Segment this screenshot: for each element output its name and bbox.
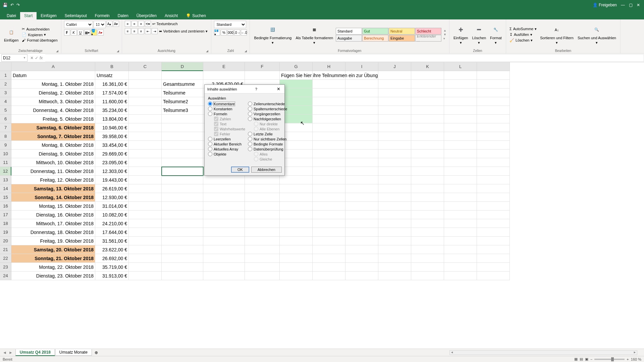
cell-undefined9[interactable]	[477, 141, 510, 149]
col-header-I[interactable]: I	[345, 62, 378, 71]
cell-B6[interactable]: 13.804,00 €	[95, 115, 129, 123]
row-header-24[interactable]: 24	[0, 272, 11, 280]
cell-G24[interactable]	[280, 272, 313, 280]
cell-C21[interactable]	[129, 245, 162, 254]
view-break-icon[interactable]: ▣	[585, 357, 588, 361]
cell-C4[interactable]	[129, 97, 162, 106]
dec-decimal-icon[interactable]: ←.0	[241, 29, 247, 36]
cell-undefined12[interactable]	[477, 167, 510, 176]
cell-A18[interactable]: Mittwoch, 17. Oktober 2018	[11, 219, 95, 228]
cell-D18[interactable]	[162, 219, 203, 228]
cell-H12[interactable]	[313, 167, 345, 176]
cell-E13[interactable]	[203, 176, 245, 184]
cell-H21[interactable]	[313, 245, 345, 254]
cell-A13[interactable]: Freitag, 12. Oktober 2018	[11, 176, 95, 184]
cell-I7[interactable]	[345, 123, 378, 132]
font-name-select[interactable]: Calibri	[64, 21, 93, 28]
format-table-button[interactable]: ▦Als Tabelle formatieren▾	[294, 24, 334, 46]
cell-C15[interactable]	[129, 193, 162, 202]
cell-H18[interactable]	[313, 219, 345, 228]
cell-F18[interactable]	[245, 219, 280, 228]
indent-inc-icon[interactable]: ⇥	[152, 28, 158, 34]
tab-insert[interactable]: Einfügen	[37, 12, 60, 19]
row-header-20[interactable]: 20	[0, 237, 11, 245]
cell-E23[interactable]	[203, 263, 245, 272]
cell-A19[interactable]: Donnerstag, 18. Oktober 2018	[11, 228, 95, 237]
font-launcher[interactable]: ◢	[117, 49, 119, 53]
styles-up-icon[interactable]: ▲	[443, 29, 446, 32]
cell-A22[interactable]: Sonntag, 21. Oktober 2018	[11, 254, 95, 263]
decrease-font-icon[interactable]: A▾	[113, 21, 119, 27]
cell-D22[interactable]	[162, 254, 203, 263]
styles-down-icon[interactable]: ▼	[443, 33, 446, 36]
ok-button[interactable]: OK	[231, 167, 249, 173]
cell-C19[interactable]	[129, 228, 162, 237]
bold-button[interactable]: F	[64, 29, 70, 36]
cell-A16[interactable]: Montag, 15. Oktober 2018	[11, 202, 95, 210]
cell-D1[interactable]	[162, 71, 203, 80]
opt-sichtbar[interactable]	[248, 137, 252, 141]
close-icon[interactable]: ✕	[637, 3, 640, 7]
cell-J4[interactable]	[378, 97, 411, 106]
copy-button[interactable]: 📄 Kopieren ▾	[21, 32, 58, 37]
accept-formula-icon[interactable]: ✓	[35, 56, 38, 60]
row-header-14[interactable]: 14	[0, 184, 11, 193]
cell-A20[interactable]: Freitag, 19. Oktober 2018	[11, 237, 95, 245]
cell-L20[interactable]	[444, 237, 477, 245]
col-header-C[interactable]: C	[129, 62, 162, 71]
cell-K9[interactable]	[411, 141, 444, 149]
align-bottom-icon[interactable]: ≡	[138, 21, 144, 27]
cell-J22[interactable]	[378, 254, 411, 263]
tab-review[interactable]: Überprüfen	[132, 12, 161, 19]
minimize-icon[interactable]: —	[621, 3, 625, 7]
cell-J7[interactable]	[378, 123, 411, 132]
row-header-5[interactable]: 5	[0, 106, 11, 115]
col-header-H[interactable]: H	[313, 62, 345, 71]
cell-K20[interactable]	[411, 237, 444, 245]
cell-D21[interactable]	[162, 245, 203, 254]
cell-A9[interactable]: Montag, 8. Oktober 2018	[11, 141, 95, 149]
cell-B4[interactable]: 11.600,00 €	[95, 97, 129, 106]
cell-I19[interactable]	[345, 228, 378, 237]
cell-J9[interactable]	[378, 141, 411, 149]
cell-D15[interactable]	[162, 193, 203, 202]
cell-C9[interactable]	[129, 141, 162, 149]
cell-H13[interactable]	[313, 176, 345, 184]
row-header-3[interactable]: 3	[0, 88, 11, 97]
zoom-in-icon[interactable]: +	[627, 357, 629, 361]
thousands-icon[interactable]: 000	[227, 29, 233, 36]
cell-K14[interactable]	[411, 184, 444, 193]
col-header-scroll[interactable]	[477, 62, 510, 71]
col-header-K[interactable]: K	[411, 62, 444, 71]
cell-K22[interactable]	[411, 254, 444, 263]
col-header-B[interactable]: B	[95, 62, 129, 71]
cell-undefined3[interactable]	[477, 88, 510, 97]
cell-K12[interactable]	[411, 167, 444, 176]
cell-H19[interactable]	[313, 228, 345, 237]
opt-aktbereich[interactable]	[208, 142, 212, 146]
cell-J3[interactable]	[378, 88, 411, 97]
row-header-4[interactable]: 4	[0, 97, 11, 106]
cell-B1[interactable]: Umsatz	[95, 71, 129, 80]
cell-E21[interactable]	[203, 245, 245, 254]
cell-B11[interactable]: 23.095,00 €	[95, 158, 129, 167]
fill-button[interactable]: ↧ Ausfüllen ▾	[509, 32, 537, 37]
align-center-icon[interactable]: ≡	[131, 28, 138, 34]
cell-F21[interactable]	[245, 245, 280, 254]
cell-J14[interactable]	[378, 184, 411, 193]
cell-G23[interactable]	[280, 263, 313, 272]
cell-H11[interactable]	[313, 158, 345, 167]
cell-L18[interactable]	[444, 219, 477, 228]
clipboard-launcher[interactable]: ◢	[56, 49, 58, 53]
cell-K6[interactable]	[411, 115, 444, 123]
cell-F13[interactable]	[245, 176, 280, 184]
cell-B14[interactable]: 26.619,00 €	[95, 184, 129, 193]
view-normal-icon[interactable]: ▦	[574, 357, 578, 361]
cell-D24[interactable]	[162, 272, 203, 280]
cell-D10[interactable]	[162, 149, 203, 158]
cell-undefined24[interactable]	[477, 272, 510, 280]
add-sheet-button[interactable]: ⊕	[92, 350, 101, 355]
cell-C20[interactable]	[129, 237, 162, 245]
cell-I8[interactable]	[345, 132, 378, 141]
cell-undefined5[interactable]	[477, 106, 510, 115]
